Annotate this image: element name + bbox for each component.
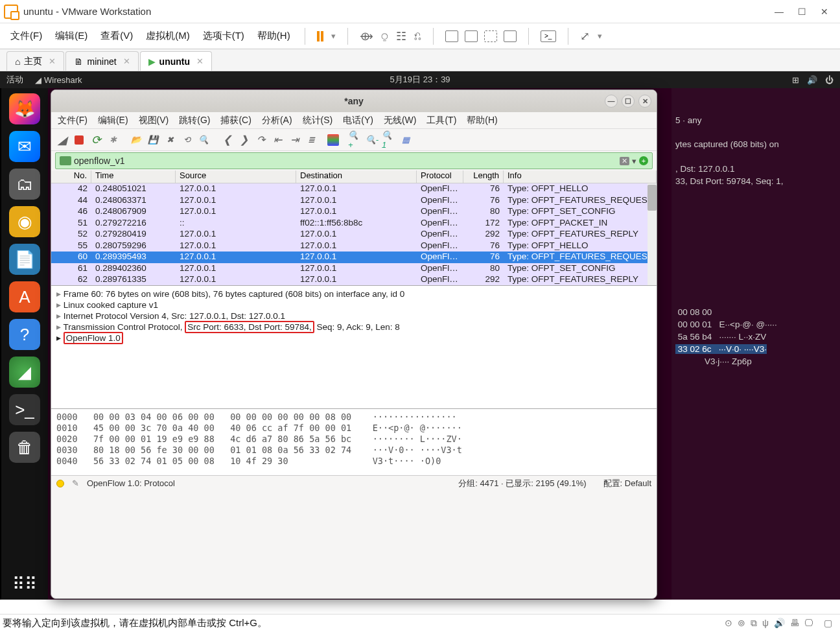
clock[interactable]: 5月19日 23：39 xyxy=(390,74,450,86)
printer-icon[interactable]: 🖶 xyxy=(790,618,799,629)
zoom-out-icon[interactable]: 🔍- xyxy=(365,133,379,147)
ws-menu-tools[interactable]: 工具(T) xyxy=(426,115,456,126)
sound-icon[interactable]: 🔊 xyxy=(807,75,817,85)
power-icon[interactable]: ⏻ xyxy=(825,75,834,85)
apply-filter-icon[interactable]: ▾ xyxy=(632,156,636,166)
menu-view[interactable]: 查看(V) xyxy=(98,27,135,45)
close-icon[interactable]: ✕ xyxy=(49,56,56,66)
packet-row[interactable]: 550.280759296127.0.0.1127.0.0.1OpenFl…76… xyxy=(51,240,657,252)
wireshark-titlebar[interactable]: *any — ☐ ✕ xyxy=(51,90,657,112)
packet-row[interactable]: 460.248067909127.0.0.1127.0.0.1OpenFl…80… xyxy=(51,206,657,218)
cdrom-icon[interactable]: ⊚ xyxy=(738,618,745,629)
usb-icon[interactable]: ψ xyxy=(762,618,769,629)
display-icon[interactable]: 🖵 xyxy=(804,618,813,629)
close-file-icon[interactable]: ✖ xyxy=(163,133,177,147)
expert-info-icon[interactable] xyxy=(56,480,64,487)
menu-vm[interactable]: 虚拟机(M) xyxy=(143,27,192,45)
help-icon[interactable]: ? xyxy=(9,319,40,350)
detail-linux[interactable]: Linux cooked capture v1 xyxy=(56,299,651,310)
stop-capture-icon[interactable] xyxy=(72,133,86,147)
find-icon[interactable]: 🔍 xyxy=(196,133,211,147)
console-icon[interactable]: >_ xyxy=(541,30,556,42)
rhythmbox-icon[interactable]: ◉ xyxy=(9,206,40,237)
maximize-button[interactable]: ☐ xyxy=(622,95,635,108)
display-filter[interactable]: ✕ ▾ + xyxy=(55,152,653,169)
scrollbar[interactable] xyxy=(648,183,657,285)
tab-mininet[interactable]: 🗎mininet✕ xyxy=(65,51,138,71)
packet-details[interactable]: Frame 60: 76 bytes on wire (608 bits), 7… xyxy=(51,286,657,409)
fullscreen-icon[interactable] xyxy=(484,30,497,42)
shark-fin-icon[interactable]: ◢ xyxy=(55,133,69,147)
ws-menu-wireless[interactable]: 无线(W) xyxy=(384,115,417,126)
status-profile[interactable]: 配置: Default xyxy=(603,478,651,489)
wireshark-dock-icon[interactable]: ◢ xyxy=(9,357,40,388)
colorize-icon[interactable] xyxy=(327,134,339,146)
detail-ip[interactable]: Internet Protocol Version 4, Src: 127.0.… xyxy=(56,310,651,322)
snapshot-icon[interactable]: ⟴ xyxy=(360,29,373,43)
firefox-icon[interactable]: 🦊 xyxy=(9,93,40,124)
ws-menu-file[interactable]: 文件(F) xyxy=(58,115,88,126)
minimize-button[interactable]: — xyxy=(605,95,618,108)
view-mode-2-icon[interactable] xyxy=(465,30,478,42)
close-button[interactable]: ✕ xyxy=(638,95,651,108)
app-name[interactable]: Wireshark xyxy=(44,75,82,85)
ws-menu-capture[interactable]: 捕获(C) xyxy=(220,115,251,126)
jump-icon[interactable]: ↷ xyxy=(253,133,268,147)
close-icon[interactable]: ✕ xyxy=(123,56,130,66)
guest-display[interactable]: 活动 ◢ Wireshark 5月19日 23：39 ⊞ 🔊 ⏻ 🦊 ✉ 🗂 ◉… xyxy=(0,71,840,600)
packet-bytes[interactable]: 0000 00 00 03 04 00 06 00 00 00 00 00 00… xyxy=(51,409,657,475)
apps-grid-icon[interactable]: ⠿⠿ xyxy=(9,568,40,600)
menu-help[interactable]: 帮助(H) xyxy=(255,27,293,45)
packet-row[interactable]: 520.279280419127.0.0.1127.0.0.1OpenFl…29… xyxy=(51,229,657,240)
writer-icon[interactable]: 📄 xyxy=(9,244,40,275)
resize-cols-icon[interactable]: ▦ xyxy=(399,133,413,147)
clear-filter-icon[interactable]: ✕ xyxy=(620,157,629,165)
sound-card-icon[interactable]: 🔊 xyxy=(774,618,785,629)
software-icon[interactable]: A xyxy=(9,281,40,312)
autoscroll-icon[interactable]: ≣ xyxy=(304,133,318,147)
restart-icon[interactable]: ⟳ xyxy=(89,133,103,147)
next-icon[interactable]: ❯ xyxy=(237,133,251,147)
network-icon[interactable]: ⊞ xyxy=(792,75,799,85)
detail-frame[interactable]: Frame 60: 76 bytes on wire (608 bits), 7… xyxy=(56,288,651,299)
options-icon[interactable]: ✱ xyxy=(106,133,120,147)
activities-button[interactable]: 活动 xyxy=(6,74,23,86)
packet-row[interactable]: 440.248063371127.0.0.1127.0.0.1OpenFl…76… xyxy=(51,195,657,207)
packet-list[interactable]: No.TimeSourceDestinationProtocolLengthIn… xyxy=(51,170,657,286)
thunderbird-icon[interactable]: ✉ xyxy=(9,131,40,162)
open-icon[interactable]: 📂 xyxy=(129,133,143,147)
snap-revert-icon[interactable]: ⎌ xyxy=(414,29,421,43)
bookmark-icon[interactable] xyxy=(60,156,71,165)
minimize-button[interactable]: — xyxy=(775,6,784,17)
packet-row[interactable]: 510.279272216::ff02::1:ff56:8b8cOpenFl…1… xyxy=(51,218,657,229)
snap-manage-icon[interactable]: ☷ xyxy=(396,29,406,43)
ws-menu-analyze[interactable]: 分析(A) xyxy=(262,115,292,126)
last-icon[interactable]: ⇥ xyxy=(287,133,301,147)
trash-icon[interactable]: 🗑 xyxy=(9,432,40,463)
zoom-in-icon[interactable]: 🔍+ xyxy=(348,133,362,147)
disk-icon[interactable]: ⊙ xyxy=(725,618,732,629)
add-filter-icon[interactable]: + xyxy=(639,156,648,165)
first-icon[interactable]: ⇤ xyxy=(270,133,285,147)
tab-home[interactable]: ⌂主页✕ xyxy=(6,51,64,71)
ws-menu-help[interactable]: 帮助(H) xyxy=(467,115,497,126)
unity-icon[interactable] xyxy=(504,30,517,42)
packet-row[interactable]: 610.289402360127.0.0.1127.0.0.1OpenFl…80… xyxy=(51,263,657,275)
detail-tcp[interactable]: Transmission Control Protocol, Src Port:… xyxy=(56,322,651,333)
files-icon[interactable]: 🗂 xyxy=(9,169,40,200)
menu-tabs[interactable]: 选项卡(T) xyxy=(200,27,247,45)
ws-menu-tel[interactable]: 电话(Y) xyxy=(343,115,373,126)
packet-row[interactable]: 620.289761335127.0.0.1127.0.0.1OpenFl…29… xyxy=(51,274,657,286)
packet-row[interactable]: 420.248051021127.0.0.1127.0.0.1OpenFl…76… xyxy=(51,183,657,195)
reload-icon[interactable]: ⟲ xyxy=(180,133,194,147)
message-icon[interactable]: ▢ xyxy=(824,618,832,629)
detail-openflow[interactable]: ▸ OpenFlow 1.0 xyxy=(56,333,651,344)
zoom-reset-icon[interactable]: 🔍1 xyxy=(382,133,396,147)
packet-row[interactable]: 600.289395493127.0.0.1127.0.0.1OpenFl…76… xyxy=(51,252,657,263)
pause-icon[interactable] xyxy=(317,31,323,41)
ws-menu-goto[interactable]: 跳转(G) xyxy=(179,115,210,126)
network-adapter-icon[interactable]: ⧉ xyxy=(751,618,757,629)
close-button[interactable]: ✕ xyxy=(821,6,828,17)
settings-icon[interactable]: ✎ xyxy=(72,478,79,488)
filter-input[interactable] xyxy=(74,156,620,166)
